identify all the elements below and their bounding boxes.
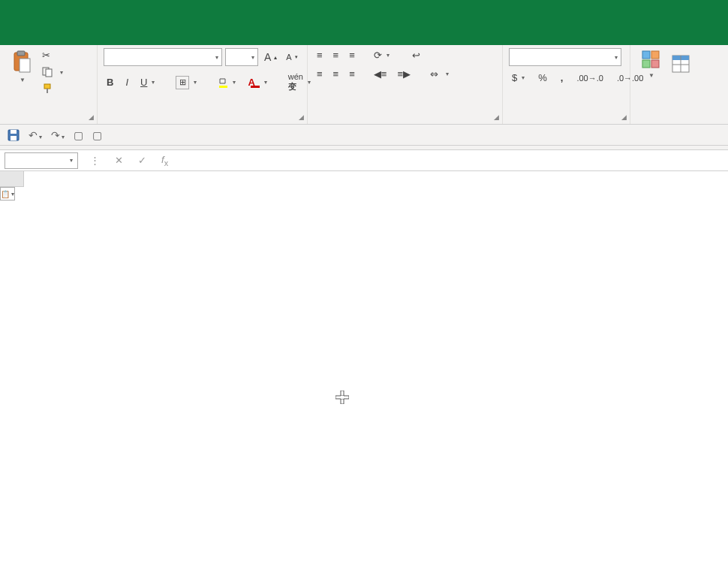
ribbon: ▼ ✂ ▾ ◢ ▾ ▾ A▴ A▾ B I U▾ ⊞▾ [0, 45, 728, 125]
save-button[interactable] [8, 129, 20, 141]
align-top-button[interactable]: ≡ [314, 48, 326, 62]
conditional-format-button[interactable]: ▼ [636, 48, 665, 80]
cut-button[interactable]: ✂ [39, 48, 66, 62]
brush-icon [42, 83, 53, 94]
font-color-button[interactable]: A▾ [245, 75, 269, 89]
paste-button[interactable]: ▼ [6, 48, 38, 85]
svg-rect-9 [642, 51, 650, 59]
svg-rect-1 [17, 51, 25, 56]
group-font: ▾ ▾ A▴ A▾ B I U▾ ⊞▾ ▾ A▾ wén变▾ ◢ [98, 45, 308, 124]
increase-font-button[interactable]: A▴ [261, 50, 280, 65]
ribbon-tabs [0, 23, 728, 45]
cancel-button[interactable]: ✕ [107, 155, 131, 166]
svg-rect-19 [11, 136, 17, 140]
align-middle-button[interactable]: ≡ [330, 48, 342, 62]
fill-color-button[interactable]: ▾ [215, 75, 239, 90]
align-launcher[interactable]: ◢ [494, 113, 499, 121]
number-launcher[interactable]: ◢ [621, 113, 627, 121]
row-headers [0, 171, 24, 187]
format-painter-button[interactable] [39, 82, 66, 95]
number-format-select[interactable]: ▾ [509, 48, 621, 66]
svg-rect-20 [341, 391, 344, 404]
svg-rect-7 [219, 86, 227, 88]
qat-btn2[interactable]: ▢ [92, 129, 102, 141]
formula-bar: ▾ ⋮ ✕ ✓ fx [0, 150, 728, 171]
merge-icon: ⇔ [430, 68, 438, 80]
wrap-text-button[interactable]: ↩ [409, 48, 426, 62]
copy-button[interactable]: ▾ [39, 65, 66, 79]
group-label-number [509, 119, 624, 122]
orientation-button[interactable]: ⟳▾ [371, 48, 393, 62]
increase-indent-button[interactable]: ≡▶ [394, 67, 414, 81]
group-styles: ▼ [630, 45, 705, 124]
increase-decimal-button[interactable]: .00→.0 [573, 72, 606, 84]
decrease-font-button[interactable]: A▾ [283, 51, 300, 63]
svg-rect-5 [44, 84, 50, 89]
svg-rect-6 [47, 89, 48, 93]
select-all-corner[interactable] [0, 171, 24, 187]
svg-rect-8 [251, 86, 260, 88]
enter-button[interactable]: ✓ [131, 155, 154, 166]
group-clipboard: ▼ ✂ ▾ ◢ [0, 45, 98, 124]
svg-rect-4 [46, 69, 52, 77]
group-label-clipboard [6, 119, 91, 122]
decrease-indent-button[interactable]: ◀≡ [371, 67, 390, 81]
copy-icon [42, 67, 53, 77]
svg-rect-18 [11, 130, 17, 134]
cond-format-icon [641, 50, 660, 69]
comma-button[interactable]: , [558, 71, 567, 85]
align-left-button[interactable]: ≡ [314, 67, 326, 81]
svg-rect-22 [341, 396, 344, 399]
svg-rect-12 [651, 60, 659, 68]
font-name-select[interactable]: ▾ [104, 48, 222, 66]
accounting-format-button[interactable]: $▾ [509, 71, 528, 85]
format-table-button[interactable] [666, 53, 695, 77]
cursor-icon [335, 391, 349, 404]
align-center-button[interactable]: ≡ [330, 67, 342, 81]
name-box[interactable]: ▾ [5, 152, 78, 169]
paste-options-button[interactable]: 📋▾ [0, 187, 15, 201]
group-label-font [104, 119, 301, 122]
svg-rect-10 [651, 51, 659, 59]
svg-rect-2 [20, 59, 30, 72]
table-icon [671, 54, 690, 74]
align-right-button[interactable]: ≡ [346, 67, 358, 81]
group-alignment: ≡ ≡ ≡ ⟳▾ ↩ ≡ ≡ ≡ ◀≡ ≡▶ ⇔▾ ◢ [308, 45, 503, 124]
scissors-icon: ✂ [42, 50, 50, 61]
title-bar [0, 0, 728, 23]
group-number: ▾ $▾ % , .00→.0 .0→.00 ◢ [503, 45, 630, 124]
group-label-align [314, 119, 496, 122]
percent-button[interactable]: % [535, 71, 550, 85]
paste-icon [11, 50, 33, 74]
underline-button[interactable]: U▾ [137, 75, 158, 89]
merge-center-button[interactable]: ⇔▾ [427, 67, 452, 81]
font-size-select[interactable]: ▾ [225, 48, 258, 66]
svg-rect-21 [335, 396, 349, 399]
align-bottom-button[interactable]: ≡ [346, 48, 358, 62]
redo-button[interactable]: ↷▾ [51, 129, 65, 141]
bucket-icon [218, 77, 228, 89]
bold-button[interactable]: B [104, 75, 116, 89]
fx-button[interactable]: fx [154, 154, 176, 167]
spreadsheet-grid [0, 171, 728, 187]
wrap-icon: ↩ [412, 50, 420, 61]
font-launcher[interactable]: ◢ [299, 113, 304, 121]
border-button[interactable]: ⊞▾ [173, 74, 200, 91]
fx-divider: ⋮ [83, 155, 107, 166]
qat-btn1[interactable]: ▢ [74, 129, 83, 141]
quick-access-toolbar: ↶▾ ↷▾ ▢ ▢ [0, 125, 728, 146]
clipboard-launcher[interactable]: ◢ [89, 113, 94, 121]
svg-rect-11 [642, 60, 650, 68]
italic-button[interactable]: I [122, 75, 131, 89]
undo-button[interactable]: ↶▾ [29, 129, 42, 141]
